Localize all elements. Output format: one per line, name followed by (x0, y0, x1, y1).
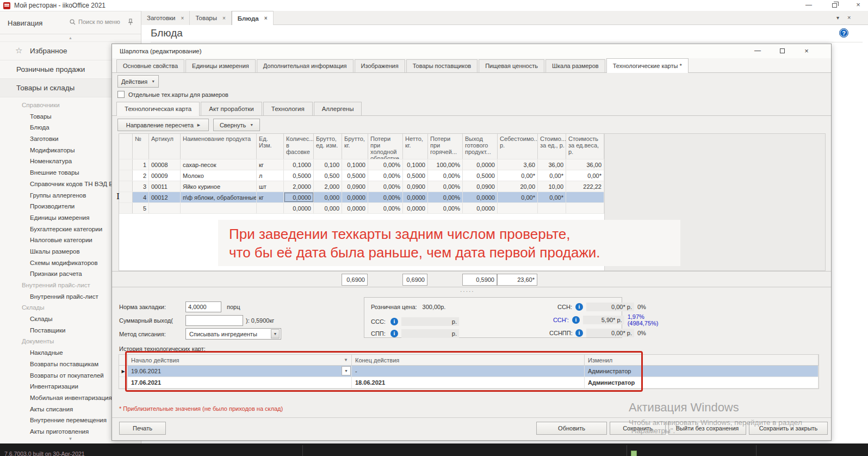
dialog-tab-Единицы измерения[interactable]: Единицы измерения (185, 59, 256, 72)
info-icon[interactable]: i (390, 318, 398, 325)
table-cell[interactable]: сахар-песок (181, 159, 257, 170)
table-cell[interactable]: 00009 (149, 170, 181, 181)
row-header-cell[interactable] (119, 181, 133, 192)
table-cell[interactable]: кг (257, 192, 284, 202)
table-cell[interactable]: 00008 (149, 159, 181, 170)
dialog-tab-Товары поставщиков[interactable]: Товары поставщиков (406, 59, 478, 72)
table-cell[interactable]: п\ф яблоки, обработанные (181, 192, 257, 202)
table-cell[interactable]: 0,0000 (342, 203, 368, 213)
table-cell[interactable] (257, 203, 284, 213)
filter-icon[interactable]: ▼ (344, 358, 348, 362)
table-cell[interactable]: 1 (133, 159, 149, 170)
tab-Блюда[interactable]: Блюда× (232, 11, 274, 25)
tab-Товары[interactable]: Товары× (190, 11, 231, 25)
history-start-cell[interactable]: 17.06.2021 (128, 377, 352, 388)
tab-close-icon[interactable]: × (181, 15, 184, 21)
history-user-cell[interactable]: Администратор (585, 377, 819, 388)
table-cell[interactable]: 0,00% (368, 203, 403, 213)
table-cell[interactable]: 0,1000 (342, 159, 368, 170)
table-cell[interactable]: 0,00% (368, 170, 403, 181)
table-cell[interactable]: 0,5000 (284, 170, 314, 181)
table-cell[interactable] (181, 203, 257, 213)
table-cell[interactable]: 0,5000 (342, 170, 368, 181)
table-cell[interactable] (498, 203, 538, 213)
tab-close-icon[interactable]: × (264, 15, 268, 21)
dialog-maximize-button[interactable] (773, 46, 791, 57)
info-icon[interactable]: i (575, 303, 583, 311)
table-cell[interactable]: 0,0900 (342, 181, 368, 192)
table-cell[interactable]: 00011 (149, 181, 181, 192)
column-header-9[interactable]: Нетто, кг. (403, 134, 428, 159)
table-cell[interactable]: 20,00 (498, 181, 538, 192)
inner-tab-Технология[interactable]: Технология (263, 102, 313, 115)
table-cell[interactable]: 0,00* (498, 192, 538, 202)
table-cell[interactable]: 0,00% (368, 192, 403, 202)
row-header-cell[interactable] (119, 159, 133, 170)
table-cell[interactable]: 0,0900 (403, 181, 428, 192)
history-user-cell[interactable]: Администратор (585, 366, 819, 377)
table-cell[interactable]: 0,0000 (403, 192, 428, 202)
table-cell[interactable]: 0,5000 (403, 170, 428, 181)
collapse-button[interactable]: Свернуть ▼ (213, 119, 260, 131)
table-cell[interactable]: 0,0000 (463, 192, 498, 202)
table-cell[interactable]: 0,0000 (284, 192, 314, 202)
print-button[interactable]: Печать (119, 422, 166, 435)
table-cell[interactable]: 0,0000 (342, 192, 368, 202)
date-dropdown-icon[interactable]: ▼ (342, 366, 351, 375)
table-cell[interactable]: 00012 (149, 192, 181, 202)
row-header-cell[interactable] (119, 170, 133, 181)
table-cell[interactable]: 4 (133, 192, 149, 202)
column-header-13[interactable]: Стоимо... за ед., р. (538, 134, 566, 159)
table-cell[interactable]: 3,60 (498, 159, 538, 170)
dropdown-arrow-icon[interactable]: ▼ (271, 329, 280, 338)
row-header-cell[interactable] (119, 192, 133, 202)
minimize-button[interactable]: — (801, 0, 817, 11)
splitter-dots[interactable]: ····· (460, 288, 475, 294)
row-header-cell[interactable] (119, 203, 133, 213)
table-cell[interactable]: 0,00% (428, 203, 463, 213)
table-cell[interactable]: 0,0900 (463, 181, 498, 192)
column-header-2[interactable]: Артикул (149, 134, 181, 159)
history-row[interactable]: ▶19.06.2021▼-Администратор (119, 366, 819, 377)
refresh-button[interactable]: Обновить (536, 422, 607, 435)
table-cell[interactable]: 0,00% (368, 159, 403, 170)
table-cell[interactable]: 36,00 (538, 159, 566, 170)
table-cell[interactable]: 0,00% (428, 181, 463, 192)
column-header-11[interactable]: Выход готового продукт... (463, 134, 498, 159)
method-select[interactable]: Списывать ингредиенты ▼ (185, 328, 281, 340)
history-start-cell[interactable]: 19.06.2021▼ (128, 366, 352, 377)
inner-tab-Аллергены[interactable]: Аллергены (314, 102, 362, 115)
table-cell[interactable]: 0,000 (314, 192, 342, 202)
dialog-close-button[interactable]: × (797, 46, 816, 57)
tab-Заготовки[interactable]: Заготовки× (141, 11, 190, 25)
table-cell[interactable]: 0,100 (314, 159, 342, 170)
column-header-4[interactable]: Ед. Изм. (257, 134, 284, 159)
tab-close-icon[interactable]: × (222, 15, 226, 21)
table-cell[interactable] (566, 192, 604, 202)
table-cell[interactable] (566, 203, 604, 213)
column-header-5[interactable]: Количес... в фасовке (284, 134, 314, 159)
column-header-12[interactable]: Себестоимо... р. (498, 134, 538, 159)
table-cell[interactable]: кг (257, 159, 284, 170)
dialog-tab-Пищевая ценность[interactable]: Пищевая ценность (479, 59, 544, 72)
info-icon[interactable]: i (572, 316, 580, 324)
column-header-10[interactable]: Потери при горячей... (428, 134, 463, 159)
column-header-7[interactable]: Брутто, кг. (342, 134, 368, 159)
table-cell[interactable]: 0,00% (428, 192, 463, 202)
table-cell[interactable]: 2,000 (314, 181, 342, 192)
column-header-3[interactable]: Наименование продукта (181, 134, 257, 159)
table-cell[interactable]: 0,0000 (403, 203, 428, 213)
column-header-8[interactable]: Потери при холодной обработке, (368, 134, 403, 159)
recalc-direction-button[interactable]: Направление пересчета ▶ (117, 119, 209, 131)
tabstrip-menu-icon[interactable]: ▾ (836, 15, 839, 21)
info-icon[interactable]: i (575, 329, 583, 337)
table-cell[interactable]: 0,5000 (463, 170, 498, 181)
help-icon[interactable]: ? (839, 28, 848, 38)
separate-cards-checkbox[interactable] (117, 91, 125, 98)
restore-button[interactable] (826, 0, 842, 11)
table-cell[interactable]: 0,0000 (284, 203, 314, 213)
table-cell[interactable]: 10,00 (538, 181, 566, 192)
exit-without-save-button[interactable]: Выйти без сохранения (668, 422, 746, 435)
save-and-close-button[interactable]: Сохранить и закрыть (749, 422, 828, 435)
table-cell[interactable]: л (257, 170, 284, 181)
